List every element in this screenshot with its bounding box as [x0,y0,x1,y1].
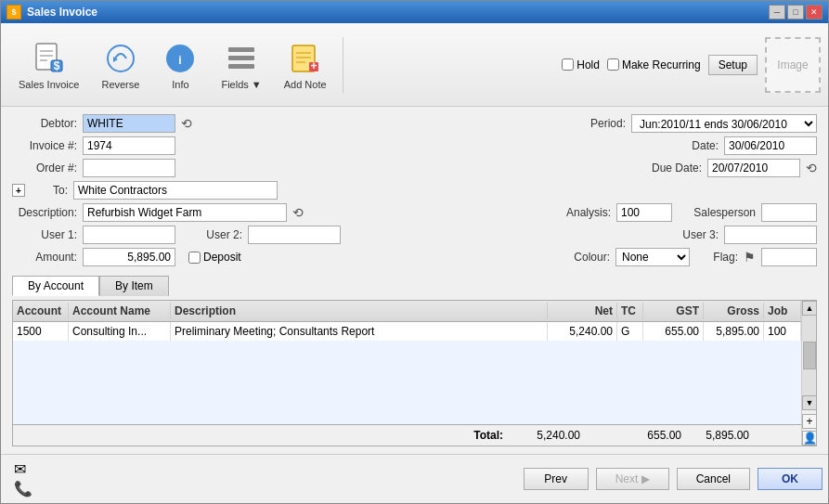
footer-icons: ✉ 📞 [14,460,32,498]
total-label: Total: [473,429,503,442]
to-input[interactable] [73,181,278,200]
order-input[interactable] [83,159,175,177]
flag-input[interactable] [761,248,817,266]
window-icon: $ [6,5,21,19]
sales-invoice-icon: $ [31,40,68,77]
debtor-label: Debtor: [12,117,77,130]
analysis-label: Analysis: [555,206,611,219]
to-label: To: [31,184,68,197]
info-icon: i [162,40,199,77]
table-row [13,396,801,415]
svg-rect-11 [228,56,254,60]
flag-icon: ⚑ [744,250,756,265]
salesperson-label: Salesperson [691,206,756,219]
tab-by-item[interactable]: By Item [99,276,169,296]
description-input[interactable] [83,203,287,222]
deposit-checkbox[interactable] [188,252,201,264]
to-row: + To: [12,181,817,200]
fields-icon [223,40,260,77]
setup-button[interactable]: Setup [708,55,758,75]
period-select[interactable]: Jun:2010/11 ends 30/06/2010 [631,114,817,133]
svg-rect-12 [228,64,254,69]
sales-invoice-button[interactable]: $ Sales Invoice [8,29,89,101]
toolbar-separator [343,37,343,93]
due-date-label: Due Date: [637,162,702,174]
user2-input[interactable] [248,226,341,244]
cancel-button[interactable]: Cancel [677,468,750,490]
user3-label: User 3: [672,228,719,241]
svg-text:$: $ [53,59,59,72]
invoice-row: Invoice #: Date: [12,136,817,155]
svg-point-6 [108,45,134,71]
reverse-button[interactable]: Reverse [91,29,149,101]
email-icon[interactable]: ✉ [14,460,32,478]
user1-label: User 1: [12,228,77,241]
description-lookup-button[interactable]: ⟲ [292,205,304,220]
make-recurring-label: Make Recurring [622,58,701,71]
add-note-label: Add Note [284,79,327,90]
scroll-track [802,316,816,342]
scroll-thumb[interactable] [803,342,816,369]
title-bar: $ Sales Invoice ─ □ ✕ [1,1,828,23]
main-window: $ Sales Invoice ─ □ ✕ $ Sales Invoice [0,0,829,504]
cell-gst: 655.00 [643,322,704,341]
prev-button[interactable]: Prev [524,468,589,490]
hold-label: Hold [576,58,600,71]
phone-icon[interactable]: 📞 [14,480,32,498]
table-row[interactable]: 1500 Consulting In... Preliminary Meetin… [13,322,801,341]
table-header: Account Account Name Description Net TC … [13,301,801,322]
scroll-up-button[interactable]: ▲ [802,301,817,316]
date-input[interactable] [724,136,817,155]
scroll-track-bottom [802,369,816,395]
cell-net: 5,240.00 [548,322,617,341]
user1-input[interactable] [83,226,175,244]
analysis-input[interactable] [616,203,672,222]
debtor-lookup-button[interactable]: ⟲ [181,116,192,131]
table-body: 1500 Consulting In... Preliminary Meetin… [13,322,801,424]
data-table: Account Account Name Description Net TC … [12,300,817,446]
col-gst: GST [643,303,704,319]
user3-input[interactable] [724,226,817,244]
total-gst: 655.00 [621,429,681,442]
svg-text:+: + [310,59,317,72]
svg-text:i: i [179,54,182,67]
minimize-button[interactable]: ─ [769,5,785,19]
expand-button[interactable]: + [12,184,25,197]
make-recurring-checkbox[interactable] [607,58,619,71]
tab-by-account[interactable]: By Account [12,276,99,296]
next-button[interactable]: Next ▶ [596,468,669,490]
close-button[interactable]: ✕ [806,5,823,19]
debtor-row: Debtor: ⟲ Period: Jun:2010/11 ends 30/06… [12,114,817,133]
info-button[interactable]: i Info [151,29,209,101]
colour-select[interactable]: None [615,248,690,266]
col-job: Job [764,303,801,319]
debtor-input[interactable] [83,114,175,133]
scroll-down-button[interactable]: ▼ [802,395,817,410]
hold-checkbox-label[interactable]: Hold [562,58,600,71]
add-note-icon: + [287,40,324,77]
ok-button[interactable]: OK [758,468,823,490]
order-row: Order #: Due Date: ⟲ [12,159,817,177]
date-label: Date: [654,139,719,152]
invoice-input[interactable] [83,136,175,155]
total-gross: 5,895.00 [689,429,749,442]
col-description: Description [171,303,548,319]
window-controls: ─ □ ✕ [769,5,823,19]
due-date-input[interactable] [707,159,800,177]
add-row-button[interactable]: + [802,414,817,429]
maximize-button[interactable]: □ [787,5,804,19]
amount-row: Amount: Deposit Colour: None Flag: ⚑ [12,248,817,266]
fields-button[interactable]: Fields ▼ [211,29,271,101]
due-date-calc-button[interactable]: ⟲ [806,161,817,175]
table-row [13,341,801,359]
salesperson-input[interactable] [761,203,817,222]
window-title: Sales Invoice [27,6,763,19]
make-recurring-checkbox-label[interactable]: Make Recurring [607,58,701,71]
person-icon: 👤 [802,431,817,446]
deposit-checkbox-label[interactable]: Deposit [188,251,241,264]
add-note-button[interactable]: + Add Note [274,29,337,101]
hold-checkbox[interactable] [562,58,574,71]
amount-input[interactable] [83,248,175,266]
table-row [13,378,801,396]
scrollbar-area: ▲ ▼ + 👤 [801,301,816,446]
